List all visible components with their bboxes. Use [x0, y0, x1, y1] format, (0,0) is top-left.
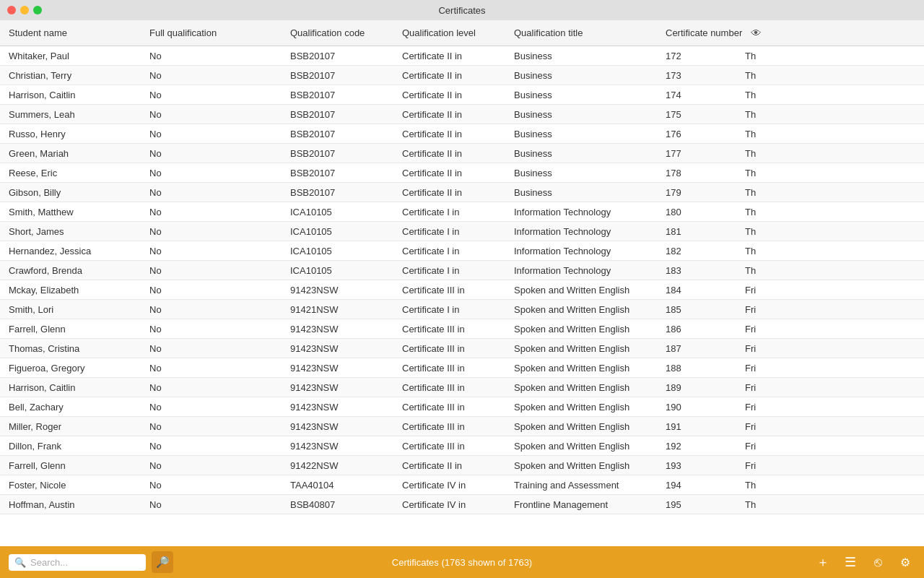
- cell-student: Short, James: [9, 226, 149, 237]
- cell-code: 91421NSW: [290, 304, 402, 315]
- table-row[interactable]: Short, James No ICA10105 Certificate I i…: [0, 222, 924, 241]
- cell-full: No: [149, 51, 290, 61]
- cell-title: Business: [514, 109, 666, 120]
- share-button[interactable]: ⎋: [868, 552, 888, 572]
- cell-code: BSB20107: [290, 148, 402, 159]
- bottom-bar: 🔍 🔎 Certificates (1763 shown of 1763) ＋ …: [0, 546, 924, 578]
- cell-title: Spoken and Written English: [514, 421, 666, 432]
- table-row[interactable]: Harrison, Caitlin No BSB20107 Certificat…: [0, 85, 924, 105]
- table-row[interactable]: Hernandez, Jessica No ICA10105 Certifica…: [0, 241, 924, 261]
- cell-extra: Th: [745, 207, 915, 217]
- table-row[interactable]: Thomas, Cristina No 91423NSW Certificate…: [0, 339, 924, 358]
- cell-number: 187: [666, 343, 745, 354]
- cell-full: No: [149, 246, 290, 256]
- col-header-code: Qualification code: [290, 27, 402, 38]
- cell-number: 190: [666, 402, 745, 413]
- document-icon: 🔎: [156, 556, 170, 569]
- cell-student: Farrell, Glenn: [9, 324, 149, 335]
- eye-icon: 👁: [751, 27, 762, 39]
- cell-level: Certificate III in: [402, 421, 514, 432]
- table-row[interactable]: Farrell, Glenn No 91423NSW Certificate I…: [0, 319, 924, 339]
- cell-code: BSB20107: [290, 129, 402, 139]
- search-input[interactable]: [30, 557, 131, 568]
- table-row[interactable]: Green, Mariah No BSB20107 Certificate II…: [0, 144, 924, 163]
- cell-title: Spoken and Written English: [514, 343, 666, 354]
- cell-code: ICA10105: [290, 265, 402, 276]
- cell-number: 179: [666, 187, 745, 198]
- cell-extra: Fri: [745, 441, 915, 452]
- cell-title: Information Technology: [514, 265, 666, 276]
- cell-full: No: [149, 226, 290, 237]
- cell-level: Certificate III in: [402, 343, 514, 354]
- list-view-button[interactable]: ☰: [840, 552, 860, 572]
- cell-number: 186: [666, 324, 745, 335]
- table-row[interactable]: Mckay, Elizabeth No 91423NSW Certificate…: [0, 280, 924, 300]
- bottom-actions: ＋ ☰ ⎋ ⚙: [813, 552, 924, 572]
- table-row[interactable]: Bell, Zachary No 91423NSW Certificate II…: [0, 397, 924, 417]
- cell-extra: Th: [745, 70, 915, 81]
- cell-code: ICA10105: [290, 246, 402, 256]
- table-row[interactable]: Harrison, Caitlin No 91423NSW Certificat…: [0, 378, 924, 397]
- table-row[interactable]: Whitaker, Paul No BSB20107 Certificate I…: [0, 46, 924, 66]
- cell-full: No: [149, 285, 290, 296]
- table-row[interactable]: Smith, Matthew No ICA10105 Certificate I…: [0, 202, 924, 222]
- cell-extra: Th: [745, 109, 915, 120]
- cell-level: Certificate I in: [402, 226, 514, 237]
- cell-number: 193: [666, 460, 745, 471]
- col-header-visibility[interactable]: 👁: [745, 27, 767, 39]
- cell-level: Certificate III in: [402, 324, 514, 335]
- table-row[interactable]: Gibson, Billy No BSB20107 Certificate II…: [0, 183, 924, 202]
- traffic-lights: [7, 6, 42, 14]
- cell-full: No: [149, 324, 290, 335]
- maximize-button[interactable]: [33, 6, 42, 14]
- add-button[interactable]: ＋: [813, 552, 833, 572]
- settings-button[interactable]: ⚙: [895, 552, 915, 572]
- cell-number: 178: [666, 168, 745, 178]
- cell-number: 174: [666, 90, 745, 100]
- table-row[interactable]: Farrell, Glenn No 91422NSW Certificate I…: [0, 456, 924, 475]
- cell-title: Business: [514, 168, 666, 178]
- table-row[interactable]: Miller, Roger No 91423NSW Certificate II…: [0, 417, 924, 436]
- table-row[interactable]: Summers, Leah No BSB20107 Certificate II…: [0, 105, 924, 124]
- col-header-level: Qualification level: [402, 27, 514, 38]
- cell-level: Certificate II in: [402, 90, 514, 100]
- table-row[interactable]: Crawford, Brenda No ICA10105 Certificate…: [0, 261, 924, 280]
- cell-student: Miller, Roger: [9, 421, 149, 432]
- minimize-button[interactable]: [20, 6, 29, 14]
- table-row[interactable]: Christian, Terry No BSB20107 Certificate…: [0, 66, 924, 85]
- cell-number: 185: [666, 304, 745, 315]
- col-header-student: Student name: [9, 27, 149, 38]
- table-row[interactable]: Hoffman, Austin No BSB40807 Certificate …: [0, 495, 924, 514]
- table-row[interactable]: Figueroa, Gregory No 91423NSW Certificat…: [0, 358, 924, 378]
- cell-level: Certificate III in: [402, 285, 514, 296]
- table-row[interactable]: Smith, Lori No 91421NSW Certificate I in…: [0, 300, 924, 319]
- cell-code: BSB20107: [290, 109, 402, 120]
- cell-extra: Th: [745, 265, 915, 276]
- cell-title: Business: [514, 51, 666, 61]
- cell-code: BSB20107: [290, 90, 402, 100]
- cell-student: Figueroa, Gregory: [9, 363, 149, 374]
- cell-code: 91423NSW: [290, 402, 402, 413]
- table-row[interactable]: Dillon, Frank No 91423NSW Certificate II…: [0, 436, 924, 456]
- cell-full: No: [149, 265, 290, 276]
- cell-title: Information Technology: [514, 207, 666, 217]
- cell-code: 91423NSW: [290, 285, 402, 296]
- col-header-title: Qualification title: [514, 27, 666, 38]
- close-button[interactable]: [7, 6, 16, 14]
- table-row[interactable]: Reese, Eric No BSB20107 Certificate II i…: [0, 163, 924, 183]
- cell-level: Certificate I in: [402, 304, 514, 315]
- document-search-button[interactable]: 🔎: [152, 551, 173, 573]
- cell-student: Smith, Lori: [9, 304, 149, 315]
- table-row[interactable]: Russo, Henry No BSB20107 Certificate II …: [0, 124, 924, 144]
- search-box: 🔍: [9, 554, 146, 571]
- cell-number: 176: [666, 129, 745, 139]
- cell-level: Certificate IV in: [402, 480, 514, 491]
- table-row[interactable]: Foster, Nicole No TAA40104 Certificate I…: [0, 475, 924, 495]
- cell-level: Certificate I in: [402, 207, 514, 217]
- cell-extra: Th: [745, 148, 915, 159]
- cell-extra: Fri: [745, 382, 915, 393]
- cell-title: Spoken and Written English: [514, 363, 666, 374]
- cell-level: Certificate II in: [402, 129, 514, 139]
- cell-extra: Th: [745, 187, 915, 198]
- status-text: Certificates (1763 shown of 1763): [392, 557, 532, 568]
